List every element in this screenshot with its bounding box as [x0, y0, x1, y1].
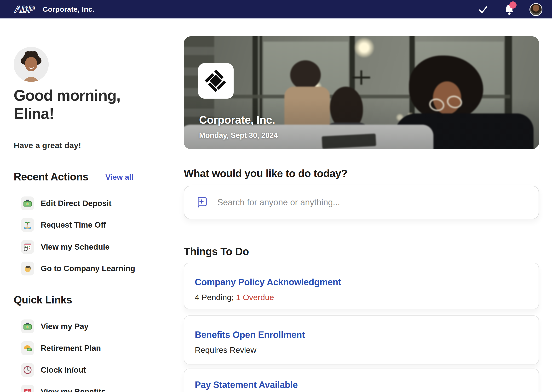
- sidebar-item-label: View my Schedule: [41, 242, 109, 252]
- company-logo-tile: [198, 63, 234, 98]
- todo-card-benefits-enrollment[interactable]: Benefits Open Enrollment Requires Review: [184, 315, 539, 364]
- money-icon: [21, 196, 34, 210]
- sidebar-item-label: View my Benefits: [41, 387, 106, 392]
- adp-logo-text: ADP: [14, 4, 35, 14]
- sidebar-item-label: Edit Direct Deposit: [41, 199, 111, 208]
- todo-card-title-link[interactable]: Company Policy Acknowledgment: [195, 277, 527, 287]
- todo-card-title-link[interactable]: Benefits Open Enrollment: [195, 330, 527, 340]
- company-banner: Corporate, Inc. Monday, Sept 30, 2024: [184, 36, 539, 149]
- sidebar-item-view-my-pay[interactable]: View my Pay: [21, 319, 155, 334]
- greeting-line1: Good morning,: [14, 87, 162, 105]
- company-name: Corporate, Inc.: [43, 5, 94, 14]
- learning-icon: [21, 262, 34, 275]
- status-plain: Requires Review: [195, 345, 256, 354]
- search-input[interactable]: [217, 197, 528, 208]
- sidebar-item-clock-in-out[interactable]: Clock in/out: [21, 362, 155, 378]
- sidebar-item-view-my-schedule[interactable]: View my Schedule: [21, 239, 155, 255]
- brand-area: ADP Corporate, Inc.: [14, 3, 94, 15]
- check-icon[interactable]: [477, 3, 489, 16]
- todo-card-company-policy[interactable]: Company Policy Acknowledgment 4 Pending;…: [184, 263, 539, 309]
- nest-egg-icon: [21, 341, 34, 355]
- sidebar-item-label: Go to Company Learning: [41, 264, 135, 273]
- money-icon: [21, 320, 34, 333]
- adp-dashboard: ADP Corporate, Inc.: [0, 0, 552, 392]
- sidebar-item-request-time-off[interactable]: Request Time Off: [21, 217, 155, 233]
- bell-icon[interactable]: [503, 3, 516, 16]
- banner-company-name: Corporate, Inc.: [199, 113, 275, 126]
- topbar-actions: [477, 0, 542, 19]
- sidebar-item-label: Retirement Plan: [41, 344, 101, 353]
- subgreeting-text: Have a great day!: [14, 141, 81, 150]
- sidebar-item-label: Request Time Off: [41, 220, 106, 230]
- diamond-logo-icon: [204, 70, 227, 92]
- view-all-link[interactable]: View all: [105, 173, 133, 182]
- banner-date: Monday, Sept 30, 2024: [199, 131, 278, 140]
- sidebar-item-label: View my Pay: [41, 322, 88, 331]
- clock-icon: [21, 363, 34, 377]
- todo-card-title-link[interactable]: Pay Statement Available: [195, 380, 527, 390]
- recent-actions-heading: Recent Actions: [14, 171, 88, 183]
- sidebar-item-edit-direct-deposit[interactable]: Edit Direct Deposit: [21, 196, 155, 211]
- greeting-line2: Elina!: [14, 105, 162, 123]
- status-plain: 4 Pending;: [195, 293, 236, 302]
- heart-pulse-icon: [21, 385, 34, 392]
- todo-card-status: 4 Pending; 1 Overdue: [195, 293, 527, 302]
- search-box: [184, 186, 539, 219]
- status-alert: 1 Overdue: [236, 293, 274, 302]
- profile-avatar: [14, 47, 49, 82]
- sidebar-item-view-my-benefits[interactable]: View my Benefits: [21, 384, 155, 392]
- calendar-search-icon: [21, 240, 34, 254]
- todo-card-status: Requires Review: [195, 345, 527, 355]
- adp-logo-icon[interactable]: ADP: [14, 3, 36, 15]
- greeting-heading: Good morning, Elina!: [14, 87, 162, 123]
- sidebar-item-company-learning[interactable]: Go to Company Learning: [21, 261, 155, 276]
- todo-section-heading: Things To Do: [184, 245, 249, 258]
- palm-island-icon: [21, 218, 34, 232]
- topbar-user-avatar[interactable]: [530, 3, 542, 16]
- todo-card-pay-statement[interactable]: Pay Statement Available A new pay statem…: [184, 369, 539, 392]
- search-section-heading: What would you like to do today?: [184, 168, 347, 180]
- sidebar-item-label: Clock in/out: [41, 365, 86, 375]
- notification-badge: [509, 1, 516, 9]
- ai-chat-sparkle-icon: [195, 196, 208, 209]
- top-navigation-bar: ADP Corporate, Inc.: [0, 0, 552, 19]
- quick-links-heading: Quick Links: [14, 294, 72, 306]
- sidebar-item-retirement-plan[interactable]: Retirement Plan: [21, 341, 155, 356]
